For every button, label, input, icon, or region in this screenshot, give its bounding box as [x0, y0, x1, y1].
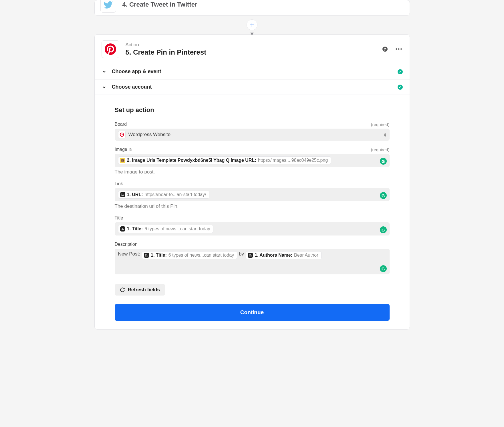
- pill-value: Bear Author: [294, 253, 318, 258]
- field-label-title: Title: [115, 216, 123, 221]
- check-icon: [398, 85, 403, 90]
- doc-icon: 🗎: [129, 147, 133, 152]
- pill-label: 1. Title:: [151, 253, 167, 258]
- field-label-description: Description: [115, 242, 138, 247]
- refresh-fields-button[interactable]: Refresh fields: [115, 284, 165, 296]
- pill-label: 2. Image Urls Template Powdyxbd6ne5l Yba…: [127, 158, 256, 163]
- pill-label: 1. Title:: [127, 226, 143, 232]
- board-select[interactable]: Wordpress Website ▴▾: [115, 129, 390, 141]
- description-mid: by: [239, 251, 244, 257]
- description-title-pill[interactable]: 1. Title: 6 types of news...can start to…: [142, 251, 237, 259]
- section-setup-action: Set up action Board (required) Wordpress…: [95, 95, 410, 329]
- grammarly-icon[interactable]: G: [380, 226, 387, 233]
- section-choose-app-event[interactable]: Choose app & event: [95, 64, 410, 79]
- field-image: Image 🗎 (required) 🐻 2. Image Urls Templ…: [115, 147, 390, 175]
- field-board: Board (required) Wordpress Website ▴▾: [115, 122, 390, 141]
- field-link: Link 1. URL: https://bear-te...an-start-…: [115, 181, 390, 209]
- field-label-image: Image: [115, 147, 127, 152]
- section-title: Choose app & event: [112, 69, 398, 75]
- twitter-icon: [100, 0, 116, 13]
- rss-icon: [144, 253, 149, 258]
- help-icon[interactable]: ?: [382, 47, 388, 52]
- description-input[interactable]: New Post: 1. Title: 6 types of news...ca…: [115, 249, 390, 274]
- pill-label: 1. URL:: [127, 192, 143, 197]
- field-label-link: Link: [115, 181, 123, 186]
- section-title: Choose account: [112, 84, 398, 90]
- previous-step-title: 4. Create Tweet in Twitter: [122, 1, 197, 8]
- board-value: Wordpress Website: [128, 132, 384, 137]
- previous-step-card[interactable]: 4. Create Tweet in Twitter: [94, 0, 410, 16]
- continue-button[interactable]: Continue: [115, 304, 390, 321]
- add-step-button[interactable]: +: [247, 19, 257, 30]
- pill-value: 6 types of news...can start today: [168, 253, 234, 258]
- refresh-icon: [120, 287, 125, 292]
- field-required: (required): [371, 147, 389, 152]
- title-pill[interactable]: 1. Title: 6 types of news...can start to…: [118, 225, 213, 233]
- more-icon[interactable]: •••: [396, 46, 403, 52]
- pinterest-icon: [102, 40, 119, 58]
- svg-point-4: [249, 256, 250, 256]
- rss-icon: [248, 253, 253, 258]
- image-help: The image to post.: [115, 169, 390, 175]
- grammarly-icon[interactable]: G: [380, 265, 387, 272]
- step-card: Action 5. Create Pin in Pinterest ? ••• …: [94, 34, 410, 330]
- step-title: 5. Create Pin in Pinterest: [126, 48, 382, 56]
- description-author-pill[interactable]: 1. Authors Name: Bear Author: [246, 251, 321, 259]
- pill-label: 1. Authors Name:: [255, 253, 292, 258]
- step-header: Action 5. Create Pin in Pinterest ? •••: [95, 35, 410, 64]
- description-prefix: New Post:: [118, 251, 140, 257]
- pinterest-mini-icon: [118, 131, 126, 138]
- grammarly-icon[interactable]: G: [380, 192, 387, 199]
- image-input[interactable]: 🐻 2. Image Urls Template Powdyxbd6ne5l Y…: [115, 154, 390, 167]
- setup-action-title: Set up action: [115, 106, 390, 114]
- link-pill[interactable]: 1. URL: https://bear-te...an-start-today…: [118, 191, 209, 199]
- section-choose-account[interactable]: Choose account: [95, 79, 410, 95]
- step-connector: +: [80, 16, 425, 34]
- rss-icon: [120, 226, 125, 232]
- field-title: Title 1. Title: 6 types of news...can st…: [115, 216, 390, 236]
- pill-value: 6 types of news...can start today: [144, 226, 210, 232]
- link-help: The destination url of this Pin.: [115, 203, 390, 209]
- arrow-down-icon: [250, 33, 254, 35]
- check-icon: [398, 69, 403, 74]
- refresh-label: Refresh fields: [128, 287, 160, 293]
- link-input[interactable]: 1. URL: https://bear-te...an-start-today…: [115, 188, 390, 201]
- svg-point-2: [122, 230, 122, 230]
- svg-point-3: [145, 256, 146, 256]
- grammarly-icon[interactable]: G: [380, 158, 387, 165]
- field-label-board: Board: [115, 122, 127, 127]
- bannerbear-icon: 🐻: [120, 158, 125, 163]
- field-required: (required): [371, 122, 389, 127]
- image-pill[interactable]: 🐻 2. Image Urls Template Powdyxbd6ne5l Y…: [118, 156, 331, 164]
- title-input[interactable]: 1. Title: 6 types of news...can start to…: [115, 222, 390, 236]
- plus-icon: +: [250, 21, 254, 29]
- chevron-down-icon: [102, 85, 107, 90]
- pill-value: https://bear-te...an-start-today/: [145, 192, 206, 197]
- field-description: Description New Post: 1. Title: 6 types …: [115, 242, 390, 274]
- pill-value: https://images....98ec049e25c.png: [258, 158, 328, 163]
- select-arrows-icon: ▴▾: [384, 132, 386, 137]
- step-subtitle: Action: [126, 42, 382, 48]
- svg-point-1: [122, 195, 122, 196]
- rss-icon: [120, 192, 125, 197]
- chevron-down-icon: [102, 69, 107, 74]
